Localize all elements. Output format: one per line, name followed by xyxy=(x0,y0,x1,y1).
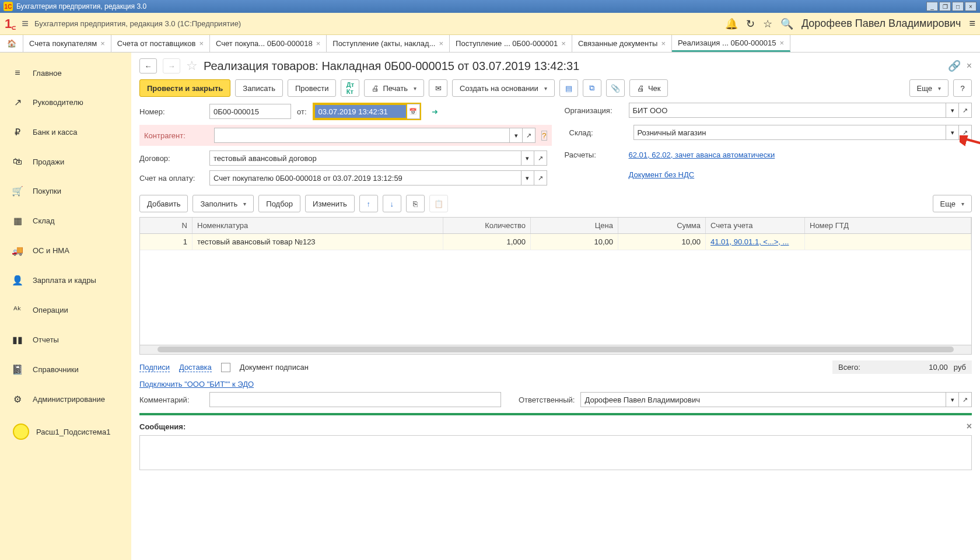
dropdown-button[interactable]: ▾ xyxy=(522,150,534,166)
date-input[interactable] xyxy=(314,104,407,119)
horizontal-scrollbar[interactable] xyxy=(139,345,972,355)
messages-box[interactable] xyxy=(139,435,972,470)
accounts-link[interactable]: 41.01, 90.01.1, <...>, ... xyxy=(710,237,789,246)
close-icon[interactable]: × xyxy=(100,39,105,48)
open-button[interactable]: ↗ xyxy=(959,103,972,118)
sidebar-item-operations[interactable]: ᴬᵏОперации xyxy=(0,295,131,325)
col-price[interactable]: Цена xyxy=(531,218,618,233)
tab[interactable]: Поступление (акты, наклад...× xyxy=(327,35,450,52)
tab[interactable]: Связанные документы× xyxy=(572,35,672,52)
more-button[interactable]: Еще xyxy=(909,79,949,97)
print-button[interactable]: 🖨 Печать xyxy=(364,79,424,97)
open-button[interactable]: ↗ xyxy=(959,125,972,140)
tab-active[interactable]: Реализация ... 0Б00-000015× xyxy=(672,35,790,52)
tab[interactable]: Поступление ... 0Б00-000001× xyxy=(450,35,572,52)
novatnds-link[interactable]: Документ без НДС xyxy=(629,170,695,179)
help-icon[interactable]: ? xyxy=(541,131,547,141)
sidebar-item-extension[interactable]: Расш1_Подсистема1 xyxy=(0,414,131,449)
close-icon[interactable]: × xyxy=(439,39,444,48)
open-button[interactable]: ↗ xyxy=(534,170,547,186)
col-nomenclature[interactable]: Номенклатура xyxy=(192,218,443,233)
edo-link[interactable]: Подключить "ООО "БИТ"" к ЭДО xyxy=(139,380,254,388)
tab[interactable]: Счет покупа... 0Б00-000018× xyxy=(210,35,327,52)
menu-icon[interactable]: ≡ xyxy=(22,17,29,30)
sidebar-item-bank[interactable]: ₽Банк и касса xyxy=(0,117,131,147)
col-qty[interactable]: Количество xyxy=(443,218,531,233)
sidebar-item-warehouse[interactable]: ▦Склад xyxy=(0,206,131,236)
edit-button[interactable]: Изменить xyxy=(305,195,355,212)
move-up-button[interactable]: ↑ xyxy=(359,195,378,212)
dropdown-button[interactable]: ▾ xyxy=(510,128,523,143)
close-icon[interactable]: × xyxy=(661,39,666,48)
restore-button[interactable]: ❐ xyxy=(939,2,951,11)
table-more-button[interactable]: Еще xyxy=(933,195,972,212)
table-row[interactable]: 1 тестовый авансовый товар №123 1,000 10… xyxy=(140,234,971,250)
sidebar-item-main[interactable]: ≡Главное xyxy=(0,58,131,88)
col-n[interactable]: N xyxy=(140,218,192,233)
close-icon[interactable]: × xyxy=(561,39,566,48)
history-icon[interactable]: ↻ xyxy=(746,18,755,30)
dropdown-button[interactable]: ▾ xyxy=(522,170,534,186)
comment-input[interactable] xyxy=(209,392,501,407)
minimize-button[interactable]: _ xyxy=(926,2,938,11)
select-button[interactable]: Подбор xyxy=(258,195,300,212)
bell-icon[interactable]: 🔔 xyxy=(725,18,738,30)
star-icon[interactable]: ☆ xyxy=(763,18,772,30)
dropdown-button[interactable]: ▾ xyxy=(946,103,959,118)
open-button[interactable]: ↗ xyxy=(534,150,547,166)
dropdown-button[interactable]: ▾ xyxy=(946,392,959,407)
counterparty-input[interactable] xyxy=(214,128,510,143)
close-window-button[interactable]: × xyxy=(965,2,977,11)
move-down-button[interactable]: ↓ xyxy=(383,195,401,212)
tab[interactable]: Счета покупателям× xyxy=(23,35,111,52)
favorite-icon[interactable]: ☆ xyxy=(186,58,198,74)
open-button[interactable]: ↗ xyxy=(523,128,536,143)
close-icon[interactable]: × xyxy=(199,39,204,48)
number-input[interactable] xyxy=(209,104,291,119)
invoice-input[interactable] xyxy=(209,170,522,186)
report-button[interactable]: ▤ xyxy=(559,79,578,97)
post-button[interactable]: Провести xyxy=(288,79,337,97)
maximize-button[interactable]: □ xyxy=(952,2,964,11)
settings-icon[interactable]: ≡ xyxy=(969,18,975,30)
check-button[interactable]: 🖨 Чек xyxy=(629,79,668,97)
warehouse-input[interactable] xyxy=(634,125,947,140)
close-icon[interactable]: × xyxy=(779,38,784,47)
close-icon[interactable]: × xyxy=(967,61,972,71)
close-icon[interactable]: × xyxy=(316,39,321,48)
sidebar-item-assets[interactable]: 🚚ОС и НМА xyxy=(0,236,131,265)
email-button[interactable]: ✉ xyxy=(429,79,447,97)
sidebar-item-purchases[interactable]: 🛒Покупки xyxy=(0,176,131,206)
fill-button[interactable]: Заполнить xyxy=(192,195,254,212)
forward-button[interactable]: → xyxy=(163,58,180,74)
user-name[interactable]: Дорофеев Павел Владимирович xyxy=(802,18,961,30)
dropdown-button[interactable]: ▾ xyxy=(946,125,959,140)
responsible-input[interactable] xyxy=(580,392,946,407)
sidebar-item-salary[interactable]: 👤Зарплата и кадры xyxy=(0,265,131,295)
back-button[interactable]: ← xyxy=(139,58,157,74)
dtkt-button[interactable]: ДтКт xyxy=(341,79,359,97)
sidebar-item-manager[interactable]: ↗Руководителю xyxy=(0,88,131,117)
post-close-button[interactable]: Провести и закрыть xyxy=(139,79,230,97)
post-status-icon[interactable]: ➜ xyxy=(432,107,438,116)
tab[interactable]: Счета от поставщиков× xyxy=(111,35,210,52)
open-button[interactable]: ↗ xyxy=(959,392,972,407)
col-gtd[interactable]: Номер ГТД xyxy=(805,218,971,233)
sidebar-item-admin[interactable]: ⚙Администрирование xyxy=(0,384,131,414)
save-button[interactable]: Записать xyxy=(235,79,283,97)
sidebar-item-catalogs[interactable]: 📓Справочники xyxy=(0,355,131,384)
org-input[interactable] xyxy=(629,103,947,118)
help-button[interactable]: ? xyxy=(953,79,972,97)
structure-button[interactable]: ⧉ xyxy=(583,79,601,97)
attach-button[interactable]: 📎 xyxy=(606,79,625,97)
sidebar-item-sales[interactable]: 🛍Продажи xyxy=(0,147,131,176)
home-tab[interactable]: 🏠 xyxy=(0,35,23,52)
sidebar-item-reports[interactable]: ▮▮Отчеты xyxy=(0,325,131,355)
delivery-link[interactable]: Доставка xyxy=(179,363,212,372)
create-based-button[interactable]: Создать на основании xyxy=(452,79,555,97)
close-messages-icon[interactable]: × xyxy=(967,421,972,432)
link-icon[interactable]: 🔗 xyxy=(948,60,961,72)
add-button[interactable]: Добавить xyxy=(139,195,188,212)
search-icon[interactable]: 🔍 xyxy=(780,18,793,30)
calc-link[interactable]: 62.01, 62.02, зачет аванса автоматически xyxy=(629,150,775,159)
